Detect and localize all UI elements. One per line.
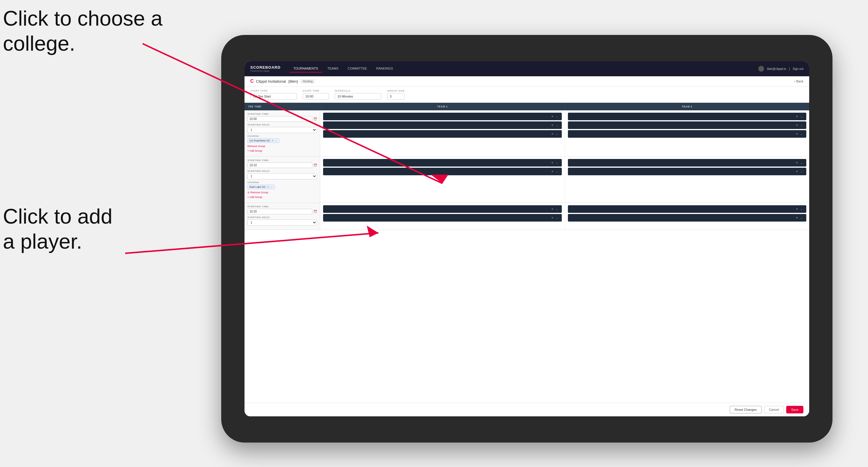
starting-hole-select-2[interactable]: 1	[247, 173, 317, 179]
player-slot-3-1-1[interactable]: ✕ ⌄	[323, 205, 562, 213]
starting-time-label-1: STARTING TIME:	[247, 113, 317, 115]
nav-teams[interactable]: TEAMS	[323, 65, 343, 72]
add-group-btn-1[interactable]: + Add Group	[247, 149, 262, 152]
group-1-team2: ✕ ⌄ ✕ ⌄	[565, 110, 809, 156]
start-time-group: Start Time	[303, 89, 329, 100]
player-slot-2-1-2[interactable]: ✕ ⌄	[323, 168, 562, 175]
bottom-bar: Reset Changes Cancel Save	[245, 403, 809, 416]
course-tag-2[interactable]: East Lake GC ✕ ⌄	[247, 185, 275, 189]
start-time-label: Start Time	[303, 89, 329, 92]
player-slot-1-1-3[interactable]: ✕ ⌄	[323, 130, 562, 138]
player-expand-btn[interactable]: ⌄	[555, 170, 559, 173]
add-group-btn-2[interactable]: + Add Group	[247, 196, 262, 198]
back-button[interactable]: ‹ Back	[794, 80, 803, 83]
player-x-btn[interactable]: ✕	[795, 115, 799, 118]
player-x-btn[interactable]: ✕	[795, 132, 799, 135]
player-x-btn[interactable]: ✕	[551, 208, 554, 211]
player-expand-btn[interactable]: ⌄	[800, 208, 803, 211]
starting-time-label-2: STARTING TIME:	[247, 159, 317, 162]
player-expand-btn[interactable]: ⌄	[800, 170, 803, 173]
scroll-area[interactable]: STARTING TIME: ⏰ STARTING HOLE: 1 COURSE…	[245, 110, 809, 403]
player-expand-btn[interactable]: ⌄	[800, 216, 803, 219]
intervals-select[interactable]: 10 Minutes	[335, 93, 381, 100]
brand-logo: SCOREBOARD Powered by clippd	[250, 65, 281, 72]
separator: |	[789, 67, 790, 70]
player-expand-btn[interactable]: ⌄	[555, 216, 559, 219]
player-expand-btn[interactable]: ⌄	[555, 132, 559, 135]
start-type-group: Start Type 1st Tee Start	[250, 89, 297, 100]
course-expand-1[interactable]: ⌄	[275, 139, 277, 142]
nav-tournaments[interactable]: TOURNAMENTS	[289, 65, 322, 72]
group-2-sidebar: STARTING TIME: ⏰ STARTING HOLE: 1 COURSE…	[245, 157, 320, 203]
course-tag-1[interactable]: (A) Peachtree GC ✕ ⌄	[247, 138, 279, 143]
starting-hole-row-1: 1	[247, 127, 317, 133]
course-remove-2[interactable]: ✕	[267, 185, 269, 188]
player-slot-1-1-1[interactable]: ✕ ⌄	[323, 113, 562, 120]
remove-group-row-1: Remove Group	[247, 145, 317, 148]
player-expand-btn[interactable]: ⌄	[555, 115, 559, 118]
nav-rankings[interactable]: RANKINGS	[372, 65, 397, 72]
player-x-btn[interactable]: ✕	[795, 208, 799, 211]
player-slot-3-2-2[interactable]: ✕ ⌄	[568, 214, 807, 222]
player-slot-1-1-2[interactable]: ✕ ⌄	[323, 121, 562, 129]
tournament-title: C Clippd Invitational (Men) Hosting	[250, 79, 315, 84]
starting-time-input-3[interactable]	[247, 209, 312, 214]
player-expand-btn[interactable]: ⌄	[800, 115, 803, 118]
annotation-add-player: Click to adda player.	[3, 204, 112, 254]
player-x-btn[interactable]: ✕	[551, 124, 554, 127]
group-row-2: STARTING TIME: ⏰ STARTING HOLE: 1 COURSE…	[245, 157, 809, 203]
player-slot-3-1-2[interactable]: ✕ ⌄	[323, 214, 562, 222]
player-x-btn[interactable]: ✕	[551, 170, 554, 173]
save-button[interactable]: Save	[786, 406, 803, 413]
player-expand-btn[interactable]: ⌄	[555, 161, 559, 164]
group-2-team1: ✕ ⌄ ✕ ⌄	[320, 157, 565, 203]
player-x-btn[interactable]: ✕	[551, 132, 554, 135]
remove-group-row-2: ⊖ Remove Group	[247, 191, 317, 194]
course-expand-2[interactable]: ⌄	[271, 185, 273, 188]
controls-bar: Start Type 1st Tee Start Start Time Inte…	[245, 87, 809, 103]
player-x-btn[interactable]: ✕	[551, 216, 554, 219]
player-slot-3-2-1[interactable]: ✕ ⌄	[568, 205, 807, 213]
course-remove-1[interactable]: ✕	[272, 139, 274, 142]
player-x-btn[interactable]: ✕	[795, 124, 799, 127]
player-expand-btn[interactable]: ⌄	[555, 208, 559, 211]
clock-icon-2: ⏰	[313, 164, 317, 167]
player-x-btn[interactable]: ✕	[551, 161, 554, 164]
sign-out-button[interactable]: Sign out	[793, 67, 803, 70]
start-type-select[interactable]: 1st Tee Start	[250, 93, 297, 100]
starting-hole-select-1[interactable]: 1	[247, 127, 317, 133]
starting-time-input-2[interactable]	[247, 162, 312, 168]
player-expand-btn[interactable]: ⌄	[555, 124, 559, 127]
clock-icon-3: ⏰	[313, 210, 317, 213]
group-size-input[interactable]	[387, 93, 405, 100]
starting-hole-select-3[interactable]: 1	[247, 220, 317, 226]
group-row-3: STARTING TIME: ⏰ STARTING HOLE: 1	[245, 203, 809, 230]
start-time-input[interactable]	[303, 93, 329, 100]
group-3-teams: ✕ ⌄ ✕ ⌄	[320, 203, 809, 230]
player-expand-btn[interactable]: ⌄	[800, 124, 803, 127]
nav-right: blair@clippd.io | Sign out	[758, 66, 803, 72]
player-expand-btn[interactable]: ⌄	[800, 161, 803, 164]
player-x-btn[interactable]: ✕	[551, 115, 554, 118]
course-label-2: COURSE:	[247, 181, 317, 184]
player-x-btn[interactable]: ✕	[795, 216, 799, 219]
cancel-button[interactable]: Cancel	[764, 406, 784, 413]
player-slot-1-2-1[interactable]: ✕ ⌄	[568, 113, 807, 120]
player-slot-2-2-1[interactable]: ✕ ⌄	[568, 159, 807, 166]
course-row-1: (A) Peachtree GC ✕ ⌄	[247, 138, 317, 143]
player-x-btn[interactable]: ✕	[795, 170, 799, 173]
player-slot-2-2-2[interactable]: ✕ ⌄	[568, 168, 807, 175]
clippd-logo: C	[250, 79, 254, 84]
player-expand-btn[interactable]: ⌄	[800, 132, 803, 135]
starting-time-input-1[interactable]	[247, 116, 312, 122]
remove-group-btn-2[interactable]: ⊖ Remove Group	[247, 191, 268, 194]
group-size-label: Group Size	[387, 89, 405, 92]
player-x-btn[interactable]: ✕	[795, 161, 799, 164]
player-slot-1-2-3[interactable]: ✕ ⌄	[568, 130, 807, 138]
player-slot-2-1-1[interactable]: ✕ ⌄	[323, 159, 562, 166]
remove-group-btn-1[interactable]: Remove Group	[247, 145, 265, 148]
reset-changes-button[interactable]: Reset Changes	[730, 406, 762, 413]
player-slot-1-2-2[interactable]: ✕ ⌄	[568, 121, 807, 129]
nav-committee[interactable]: COMMITTEE	[344, 65, 371, 72]
user-avatar	[758, 66, 764, 72]
